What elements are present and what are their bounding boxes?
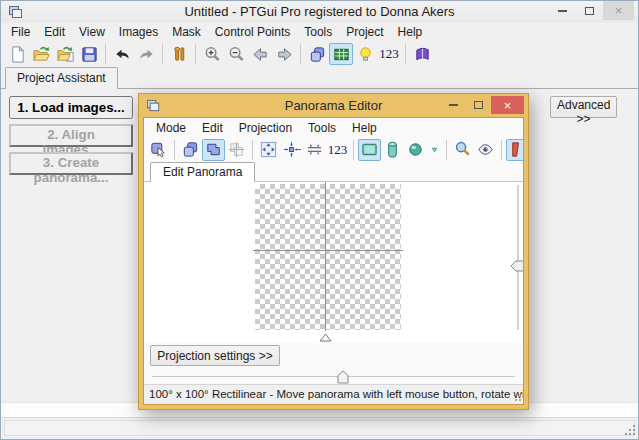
projection-spherical-button[interactable] xyxy=(404,139,427,161)
menu-mask[interactable]: Mask xyxy=(165,23,208,41)
advanced-button[interactable]: Advanced >> xyxy=(550,96,617,118)
hfov-slider-row xyxy=(144,369,523,384)
menu-view[interactable]: View xyxy=(72,23,112,41)
toolbar-separator xyxy=(105,44,106,64)
open-recent-button[interactable] xyxy=(53,43,77,65)
transparent-panorama-area[interactable] xyxy=(255,184,401,330)
straighten-panorama-button[interactable] xyxy=(303,139,326,161)
editor-menu-help[interactable]: Help xyxy=(344,121,385,135)
editor-menu-tools[interactable]: Tools xyxy=(300,121,344,135)
minimize-button[interactable] xyxy=(549,1,576,20)
numbers-label: 123 xyxy=(376,46,402,62)
center-panorama-button[interactable] xyxy=(280,139,303,161)
save-project-button[interactable] xyxy=(77,43,101,65)
editor-toolbar: 123 xyxy=(144,137,523,162)
panorama-canvas[interactable] xyxy=(144,182,523,342)
menu-project[interactable]: Project xyxy=(339,23,390,41)
editor-tabrow: Edit Panorama xyxy=(144,162,523,182)
main-statusbar xyxy=(1,417,638,439)
main-tabrow: Project Assistant xyxy=(1,67,638,88)
zoom-button[interactable] xyxy=(451,139,474,161)
editor-menu-projection[interactable]: Projection xyxy=(231,121,300,135)
zoom-out-button[interactable] xyxy=(224,43,248,65)
batch-tools-button[interactable] xyxy=(167,43,191,65)
hfov-slider-track[interactable] xyxy=(152,376,515,377)
main-titlebar[interactable]: Untitled - PTGui Pro registered to Donna… xyxy=(1,1,638,23)
editor-close-button[interactable]: × xyxy=(491,96,524,114)
editor-maximize-button[interactable] xyxy=(466,96,491,114)
center-vertical-line xyxy=(325,182,326,331)
projection-settings-button[interactable]: Projection settings >> xyxy=(150,345,280,366)
menu-file[interactable]: File xyxy=(4,23,37,41)
statusbar-panel xyxy=(4,420,635,436)
toolbar-separator xyxy=(252,140,253,160)
show-seams-button[interactable] xyxy=(225,139,248,161)
toolbar-separator xyxy=(405,44,406,64)
projection-rectilinear-button[interactable] xyxy=(358,139,381,161)
toolbar-separator xyxy=(174,140,175,160)
open-project-button[interactable] xyxy=(29,43,53,65)
menu-help[interactable]: Help xyxy=(391,23,430,41)
projection-more-dropdown[interactable] xyxy=(427,139,442,161)
main-menubar: File Edit View Images Mask Control Point… xyxy=(1,23,638,41)
toolbar-separator xyxy=(300,44,301,64)
panorama-editor-window: Panorama Editor × Mode Edit Projection T… xyxy=(138,93,529,410)
menu-tools[interactable]: Tools xyxy=(297,23,339,41)
clipped-toolbar-button[interactable] xyxy=(506,139,523,161)
toolbar-separator xyxy=(162,44,163,64)
horizon-line xyxy=(253,250,403,251)
editor-minimize-button[interactable] xyxy=(441,96,466,114)
main-toolbar: 123 xyxy=(1,41,638,67)
menu-control-points[interactable]: Control Points xyxy=(208,23,297,41)
menu-images[interactable]: Images xyxy=(112,23,165,41)
align-images-button[interactable]: 2. Align images... xyxy=(9,124,133,147)
ptgui-main-window: Untitled - PTGui Pro registered to Donna… xyxy=(0,0,639,440)
tab-project-assistant[interactable]: Project Assistant xyxy=(5,67,118,89)
zoom-in-button[interactable] xyxy=(200,43,224,65)
show-individual-images-button[interactable] xyxy=(179,139,202,161)
new-project-button[interactable] xyxy=(5,43,29,65)
editor-status-text: 100° x 100° Rectilinear - Move panorama … xyxy=(149,385,523,404)
fit-panorama-button[interactable] xyxy=(257,139,280,161)
tab-edit-panorama[interactable]: Edit Panorama xyxy=(150,162,255,182)
editor-window-controls: × xyxy=(441,96,524,116)
editor-menu-edit[interactable]: Edit xyxy=(194,121,231,135)
panorama-editor-button[interactable] xyxy=(305,43,329,65)
show-blended-panorama-button[interactable] xyxy=(202,139,225,161)
editor-menubar: Mode Edit Projection Tools Help xyxy=(144,118,523,137)
numerical-transform-button[interactable]: 123 xyxy=(326,139,349,161)
preview-eye-button[interactable] xyxy=(474,139,497,161)
help-book-button[interactable] xyxy=(410,43,434,65)
projection-cylindrical-button[interactable] xyxy=(381,139,404,161)
maximize-button[interactable] xyxy=(576,1,603,20)
vertical-line-handle[interactable] xyxy=(319,328,332,342)
drag-mode-button[interactable] xyxy=(147,139,170,161)
main-window-controls: × xyxy=(549,1,634,21)
menu-edit[interactable]: Edit xyxy=(37,23,72,41)
editor-menu-mode[interactable]: Mode xyxy=(148,121,194,135)
numerical-values-button[interactable]: 123 xyxy=(377,43,401,65)
main-window-title: Untitled - PTGui Pro registered to Donna… xyxy=(1,1,638,23)
next-image-button[interactable] xyxy=(272,43,296,65)
editor-resize-grip[interactable] xyxy=(513,393,522,402)
toolbar-separator xyxy=(195,44,196,64)
projection-settings-row: Projection settings >> xyxy=(144,342,523,369)
toolbar-separator xyxy=(353,140,354,160)
redo-button[interactable] xyxy=(134,43,158,65)
detail-viewer-button[interactable] xyxy=(329,43,353,65)
toolbar-separator xyxy=(446,140,447,160)
editor-statusbar: 100° x 100° Rectilinear - Move panorama … xyxy=(144,384,523,404)
editor-titlebar[interactable]: Panorama Editor × xyxy=(143,94,524,117)
close-button[interactable]: × xyxy=(603,1,634,20)
editor-body: Mode Edit Projection Tools Help xyxy=(143,117,524,405)
undo-button[interactable] xyxy=(110,43,134,65)
load-images-button[interactable]: 1. Load images... xyxy=(9,96,133,119)
vertical-slider-thumb[interactable] xyxy=(510,258,523,276)
create-panorama-button[interactable]: 3. Create panorama... xyxy=(9,152,133,175)
previous-image-button[interactable] xyxy=(248,43,272,65)
toolbar-separator xyxy=(501,140,502,160)
simulate-bulb-button[interactable] xyxy=(353,43,377,65)
numbers-label: 123 xyxy=(325,142,351,158)
resize-grip[interactable] xyxy=(625,425,636,436)
